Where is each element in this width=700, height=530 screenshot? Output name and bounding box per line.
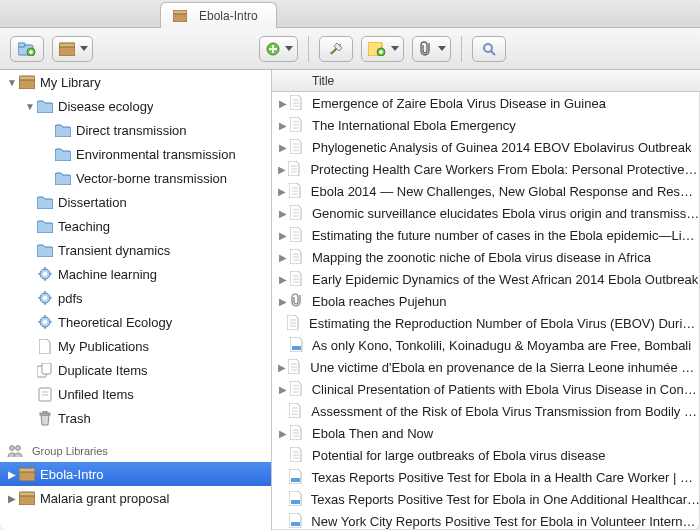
tree-row[interactable]: ▶Ebola-Intro xyxy=(0,462,271,486)
tree-row[interactable]: Vector-borne transmission xyxy=(0,166,271,190)
tree-label: Direct transmission xyxy=(76,123,187,138)
tree-row[interactable]: My Publications xyxy=(0,334,271,358)
add-attachment-button[interactable] xyxy=(412,36,451,62)
item-row[interactable]: ▶Clinical Presentation of Patients with … xyxy=(272,378,700,400)
disclosure-closed-icon[interactable]: ▶ xyxy=(6,493,18,504)
svg-rect-1 xyxy=(173,10,187,14)
separator xyxy=(461,36,462,62)
disclosure-closed-icon[interactable]: ▶ xyxy=(276,120,290,131)
tree-row[interactable]: ▼My Library xyxy=(0,70,271,94)
item-row[interactable]: ▶Ebola reaches Pujehun xyxy=(272,290,700,312)
item-row[interactable]: ▶Ebola 2014 — New Challenges, New Global… xyxy=(272,180,700,202)
item-row[interactable]: ▶Estimating the future number of cases i… xyxy=(272,224,700,246)
item-title: Texas Reports Positive Test for Ebola in… xyxy=(311,470,700,485)
tab-label: Ebola-Intro xyxy=(199,9,258,23)
gear-icon xyxy=(36,313,54,331)
item-row[interactable]: ▶Emergence of Zaire Ebola Virus Disease … xyxy=(272,92,700,114)
disclosure-closed-icon[interactable]: ▶ xyxy=(276,230,290,241)
svg-point-8 xyxy=(339,44,341,46)
doc-icon xyxy=(289,403,305,419)
tree-row[interactable]: Teaching xyxy=(0,214,271,238)
tree-row[interactable]: ▶Malaria grant proposal xyxy=(0,486,271,510)
svg-rect-93 xyxy=(291,500,300,504)
tree-row[interactable]: Duplicate Items xyxy=(0,358,271,382)
item-row[interactable]: ▶Protecting Health Care Workers From Ebo… xyxy=(272,158,700,180)
tree-row[interactable]: Dissertation xyxy=(0,190,271,214)
svg-point-41 xyxy=(16,446,21,451)
disclosure-open-icon[interactable]: ▼ xyxy=(24,101,36,112)
svg-rect-45 xyxy=(19,492,35,496)
item-row[interactable]: New York City Reports Positive Test for … xyxy=(272,510,700,530)
item-title: As only Kono, Tonkolili, Koinadugu & Moy… xyxy=(312,338,691,353)
item-row[interactable]: Potential for large outbreaks of Ebola v… xyxy=(272,444,700,466)
disclosure-closed-icon[interactable]: ▶ xyxy=(6,469,18,480)
item-row[interactable]: ▶The International Ebola Emergency xyxy=(272,114,700,136)
disclosure-closed-icon[interactable]: ▶ xyxy=(276,428,290,439)
item-row[interactable]: Estimating the Reproduction Number of Eb… xyxy=(272,312,700,334)
sidebar: ▼My Library▼Disease ecologyDirect transm… xyxy=(0,70,272,530)
disclosure-closed-icon[interactable]: ▶ xyxy=(276,296,290,307)
tree-row[interactable]: Environmental transmission xyxy=(0,142,271,166)
item-title: New York City Reports Positive Test for … xyxy=(311,514,700,529)
column-header-title[interactable]: Title xyxy=(272,70,700,92)
tree-label: Duplicate Items xyxy=(58,363,148,378)
disclosure-closed-icon[interactable]: ▶ xyxy=(276,362,288,373)
disclosure-closed-icon[interactable]: ▶ xyxy=(276,274,290,285)
item-row[interactable]: ▶Ebola Then and Now xyxy=(272,422,700,444)
item-title: Protecting Health Care Workers From Ebol… xyxy=(310,162,700,177)
svg-rect-94 xyxy=(291,522,300,526)
disclosure-closed-icon[interactable]: ▶ xyxy=(276,186,289,197)
tree-row[interactable]: Machine learning xyxy=(0,262,271,286)
tree-row[interactable]: ▼Disease ecology xyxy=(0,94,271,118)
web-icon xyxy=(289,469,305,485)
trash-icon xyxy=(36,409,54,427)
disclosure-closed-icon[interactable]: ▶ xyxy=(276,208,290,219)
disclosure-closed-icon[interactable]: ▶ xyxy=(276,164,288,175)
tree-row[interactable]: Direct transmission xyxy=(0,118,271,142)
item-title: Une victime d'Ebola en provenance de la … xyxy=(310,360,700,375)
item-row[interactable]: Texas Reports Positive Test for Ebola in… xyxy=(272,466,700,488)
disclosure-closed-icon[interactable]: ▶ xyxy=(276,252,290,263)
new-note-button[interactable] xyxy=(361,36,404,62)
doc-icon xyxy=(290,95,306,111)
item-row[interactable]: ▶Genomic surveillance elucidates Ebola v… xyxy=(272,202,700,224)
gear-icon xyxy=(36,289,54,307)
advanced-search-button[interactable] xyxy=(472,36,506,62)
doc-icon xyxy=(287,315,303,331)
item-row[interactable]: ▶Une victime d'Ebola en provenance de la… xyxy=(272,356,700,378)
disclosure-closed-icon[interactable]: ▶ xyxy=(276,98,290,109)
folder-icon xyxy=(36,193,54,211)
tree-label: Machine learning xyxy=(58,267,157,282)
item-title: Estimating the Reproduction Number of Eb… xyxy=(309,316,700,331)
tab-ebola-intro[interactable]: Ebola-Intro xyxy=(160,2,277,28)
add-by-identifier-button[interactable] xyxy=(319,36,353,62)
doc-icon xyxy=(289,183,305,199)
tree-label: Ebola-Intro xyxy=(40,467,104,482)
item-title: Phylogenetic Analysis of Guinea 2014 EBO… xyxy=(312,140,691,155)
new-item-button[interactable] xyxy=(259,36,298,62)
content-pane: Title ▶Emergence of Zaire Ebola Virus Di… xyxy=(272,70,700,530)
tree-row[interactable]: Theoretical Ecology xyxy=(0,310,271,334)
new-collection-button[interactable] xyxy=(10,36,44,62)
disclosure-closed-icon[interactable]: ▶ xyxy=(276,142,290,153)
tree-label: Trash xyxy=(58,411,91,426)
tree-label: Disease ecology xyxy=(58,99,153,114)
item-row[interactable]: As only Kono, Tonkolili, Koinadugu & Moy… xyxy=(272,334,700,356)
gear-icon xyxy=(36,265,54,283)
tree-row[interactable]: Trash xyxy=(0,406,271,430)
item-row[interactable]: ▶Phylogenetic Analysis of Guinea 2014 EB… xyxy=(272,136,700,158)
tree-label: pdfs xyxy=(58,291,83,306)
item-row[interactable]: ▶Early Epidemic Dynamics of the West Afr… xyxy=(272,268,700,290)
item-row[interactable]: Texas Reports Positive Test for Ebola in… xyxy=(272,488,700,510)
tree-row[interactable]: pdfs xyxy=(0,286,271,310)
new-library-button[interactable] xyxy=(52,36,93,62)
disclosure-closed-icon[interactable]: ▶ xyxy=(276,384,290,395)
chevron-down-icon xyxy=(80,46,88,51)
tree-row[interactable]: Unfiled Items xyxy=(0,382,271,406)
dup-icon xyxy=(36,361,54,379)
disclosure-open-icon[interactable]: ▼ xyxy=(6,77,18,88)
item-row[interactable]: Assessment of the Risk of Ebola Virus Tr… xyxy=(272,400,700,422)
item-row[interactable]: ▶Mapping the zoonotic niche of Ebola vir… xyxy=(272,246,700,268)
tree-row[interactable]: Transient dynamics xyxy=(0,238,271,262)
folder-icon xyxy=(36,241,54,259)
